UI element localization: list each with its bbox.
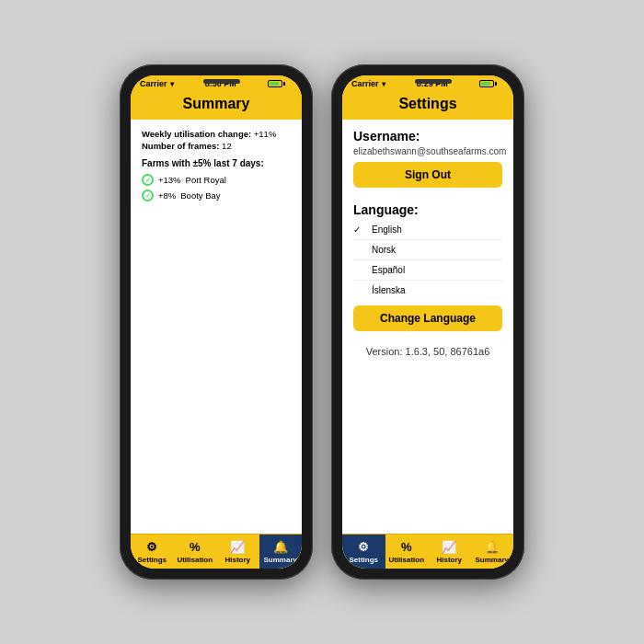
lang-espanol[interactable]: Español <box>353 260 502 281</box>
farm-name-1: Port Royal <box>186 175 226 185</box>
frames-value: 12 <box>222 141 232 151</box>
content-right: Username: elizabethswann@southseafarms.c… <box>342 120 513 534</box>
nav-utilisation-right[interactable]: % Utilisation <box>385 535 429 569</box>
farm-item-2: +8% Booty Bay <box>142 190 291 201</box>
weekly-change-label: Weekly utilisation change: <box>142 129 251 139</box>
nav-history-label-left: History <box>224 556 250 564</box>
nav-settings-label-right: Settings <box>349 556 378 564</box>
farm-pct-2: +8% <box>158 190 176 201</box>
phone-speaker-left <box>203 79 240 84</box>
farm-check-2 <box>142 190 154 201</box>
summary-icon-left: 🔔 <box>273 540 288 554</box>
screen-left: Carrier ▾ 8:30 PM ⚡ Summary Weekly util <box>131 75 302 569</box>
nav-settings-label-left: Settings <box>137 556 167 564</box>
battery-area-right: ⚡ <box>479 80 504 87</box>
battery-icon-left <box>268 80 282 87</box>
lang-norsk-label: Norsk <box>372 245 396 255</box>
lang-islenska-label: Íslenska <box>372 285 406 295</box>
frames-label: Number of frames: <box>142 141 219 151</box>
farm-name-2: Booty Bay <box>180 190 220 201</box>
carrier-right: Carrier ▾ <box>351 79 385 88</box>
lang-english-label: English <box>372 224 402 235</box>
battery-fill-right <box>481 82 490 86</box>
language-section: Language: ✓ English Norsk Español <box>353 202 502 339</box>
utilisation-icon-right: % <box>401 540 412 554</box>
username-label: Username: <box>353 129 502 144</box>
change-language-button[interactable]: Change Language <box>353 305 502 331</box>
nav-summary-label-right: Summary <box>476 556 509 564</box>
lang-english[interactable]: ✓ English <box>353 220 502 240</box>
language-label: Language: <box>353 202 502 217</box>
farm-item-1: +13% Port Royal <box>142 174 291 186</box>
username-value: elizabethswann@southseafarms.com <box>353 146 502 156</box>
carrier-text-right: Carrier <box>351 79 379 88</box>
screen-right: Carrier ▾ 8:29 PM ⚡ Settings Username: <box>342 75 513 569</box>
nav-utilisation-left[interactable]: % Utilisation <box>174 535 217 569</box>
history-icon-right: 📈 <box>442 540 456 554</box>
wifi-icon-left: ▾ <box>170 80 174 88</box>
farm-pct-1: +13% <box>158 175 181 185</box>
frames-stat: Number of frames: 12 <box>142 141 291 151</box>
lang-norsk[interactable]: Norsk <box>353 240 502 260</box>
header-title-right: Settings <box>351 96 504 112</box>
farm-check-1 <box>142 174 154 186</box>
header-title-left: Summary <box>140 96 293 112</box>
battery-fill-left <box>270 82 279 86</box>
carrier-left: Carrier ▾ <box>140 79 174 88</box>
bottom-nav-right: ⚙ Settings % Utilisation 📈 History 🔔 Sum… <box>342 534 513 569</box>
lang-islenska[interactable]: Íslenska <box>353 281 502 300</box>
wifi-icon-right: ▾ <box>382 80 385 88</box>
nav-settings-left[interactable]: ⚙ Settings <box>131 535 174 569</box>
phones-container: Carrier ▾ 8:30 PM ⚡ Summary Weekly util <box>120 64 524 580</box>
bolt-icon-right: ⚡ <box>496 80 504 87</box>
weekly-change-value: +11% <box>254 129 277 139</box>
bottom-nav-left: ⚙ Settings % Utilisation 📈 History 🔔 Sum… <box>131 534 302 569</box>
username-section: Username: elizabethswann@southseafarms.c… <box>353 129 502 195</box>
settings-icon-right: ⚙ <box>358 540 369 554</box>
lang-espanol-label: Español <box>372 265 405 275</box>
utilisation-icon-left: % <box>190 540 201 554</box>
nav-summary-right[interactable]: 🔔 Summary <box>471 535 514 569</box>
header-left: Summary <box>131 90 302 120</box>
phone-speaker-right <box>415 79 452 84</box>
nav-settings-right[interactable]: ⚙ Settings <box>342 535 385 569</box>
bolt-icon-left: ⚡ <box>284 80 293 87</box>
nav-utilisation-label-right: Utilisation <box>388 556 424 564</box>
nav-summary-left[interactable]: 🔔 Summary <box>259 535 303 569</box>
history-icon-left: 📈 <box>230 540 245 554</box>
nav-summary-label-left: Summary <box>264 556 297 564</box>
nav-history-left[interactable]: 📈 History <box>216 535 259 569</box>
summary-icon-right: 🔔 <box>485 540 500 554</box>
carrier-text-left: Carrier <box>140 79 167 88</box>
nav-history-label-right: History <box>436 556 462 564</box>
content-left: Weekly utilisation change: +11% Number o… <box>131 120 302 534</box>
header-right: Settings <box>342 90 513 120</box>
phone-left: Carrier ▾ 8:30 PM ⚡ Summary Weekly util <box>120 64 313 580</box>
check-english: ✓ <box>353 224 364 235</box>
weekly-change-stat: Weekly utilisation change: +11% <box>142 129 291 139</box>
battery-icon-right <box>479 80 494 87</box>
battery-area-left: ⚡ <box>268 80 293 87</box>
farms-header: Farms with ±5% last 7 days: <box>142 158 291 168</box>
nav-utilisation-label-left: Utilisation <box>177 556 213 564</box>
phone-right: Carrier ▾ 8:29 PM ⚡ Settings Username: <box>331 64 524 580</box>
settings-icon-left: ⚙ <box>146 540 157 554</box>
nav-history-right[interactable]: 📈 History <box>428 535 471 569</box>
sign-out-button[interactable]: Sign Out <box>353 162 502 188</box>
version-text: Version: 1.6.3, 50, 86761a6 <box>353 346 502 357</box>
